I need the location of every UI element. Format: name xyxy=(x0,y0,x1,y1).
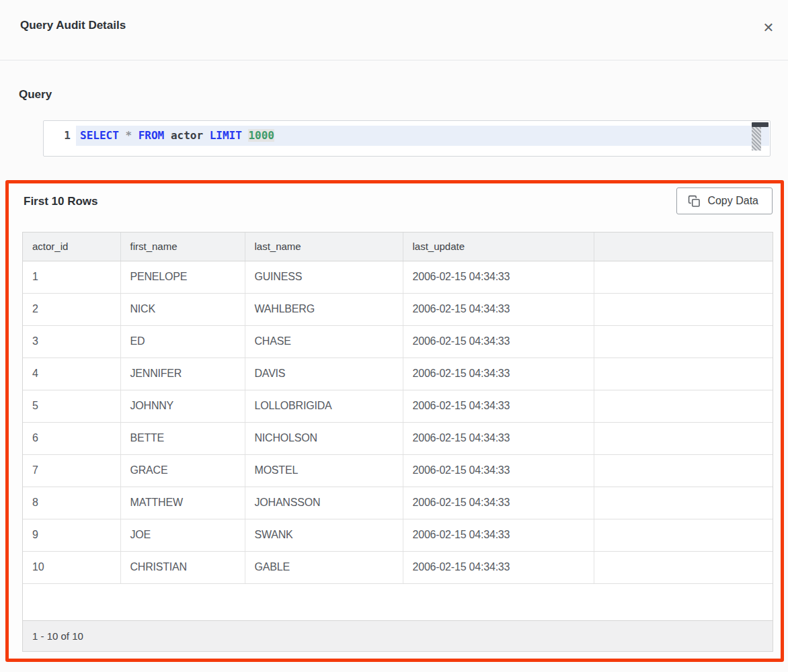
sql-line-number: 1 xyxy=(44,126,71,146)
table-cell-last-update: 2006-02-15 04:34:33 xyxy=(403,454,594,487)
table-cell-actor-id: 3 xyxy=(23,325,120,358)
table-cell-actor-id: 1 xyxy=(23,261,120,293)
table-row: 7GRACEMOSTEL2006-02-15 04:34:33 xyxy=(23,454,773,487)
table-cell-actor-id: 10 xyxy=(23,551,120,583)
sql-token-table: actor xyxy=(171,129,210,142)
sql-token-limit: LIMIT xyxy=(210,129,249,142)
results-table: actor_id first_name last_name last_updat… xyxy=(22,232,773,652)
sql-editor[interactable]: 1 SELECT * FROM actor LIMIT 1000 xyxy=(43,120,771,157)
pagination-bar: 1 - 10 of 10 xyxy=(23,620,773,651)
table-cell-last-name: LOLLOBRIGIDA xyxy=(245,390,403,422)
table-cell-actor-id: 6 xyxy=(23,422,120,454)
copy-data-label: Copy Data xyxy=(707,195,758,207)
table-cell-empty xyxy=(594,551,773,583)
table-row: 4JENNIFERDAVIS2006-02-15 04:34:33 xyxy=(23,358,773,390)
table-cell-empty xyxy=(594,422,773,454)
table-cell-first-name: CHRISTIAN xyxy=(120,551,245,583)
sql-code-line: SELECT * FROM actor LIMIT 1000 xyxy=(80,126,274,146)
table-cell-actor-id: 8 xyxy=(23,487,120,519)
table-cell-actor-id: 5 xyxy=(23,390,120,422)
query-audit-details-modal: Query Audit Details ✕ Query 1 SELECT * F… xyxy=(0,0,788,672)
column-header-first-name[interactable]: first_name xyxy=(120,233,245,261)
table-cell-last-update: 2006-02-15 04:34:33 xyxy=(403,422,594,454)
table-row: 6BETTENICHOLSON2006-02-15 04:34:33 xyxy=(23,422,773,454)
table-cell-last-update: 2006-02-15 04:34:33 xyxy=(403,325,594,358)
close-icon: ✕ xyxy=(763,20,775,35)
table-cell-first-name: JOHNNY xyxy=(120,390,245,422)
copy-data-button[interactable]: Copy Data xyxy=(676,187,773,214)
table-cell-empty xyxy=(594,358,773,390)
editor-scrollbar-track xyxy=(752,127,761,151)
table-cell-last-update: 2006-02-15 04:34:33 xyxy=(403,358,594,390)
table-cell-actor-id: 4 xyxy=(23,358,120,390)
table-cell-last-name: SWANK xyxy=(245,519,403,551)
table-row: 5JOHNNYLOLLOBRIGIDA2006-02-15 04:34:33 xyxy=(23,390,773,422)
query-section-label: Query xyxy=(19,88,52,101)
table-cell-last-name: NICHOLSON xyxy=(245,422,403,454)
modal-title: Query Audit Details xyxy=(20,19,126,32)
table-row: 8MATTHEWJOHANSSON2006-02-15 04:34:33 xyxy=(23,487,773,519)
table-cell-last-name: JOHANSSON xyxy=(245,487,403,519)
table-cell-empty xyxy=(594,261,773,293)
header-divider xyxy=(0,60,788,60)
table-cell-actor-id: 2 xyxy=(23,293,120,325)
sql-token-select: SELECT xyxy=(80,129,125,142)
table-cell-last-name: DAVIS xyxy=(245,358,403,390)
table-cell-actor-id: 7 xyxy=(23,454,120,487)
results-title: First 10 Rows xyxy=(24,195,98,208)
table-cell-last-name: CHASE xyxy=(245,325,403,358)
table-row: 2NICKWAHLBERG2006-02-15 04:34:33 xyxy=(23,293,773,325)
table-header-row: actor_id first_name last_name last_updat… xyxy=(23,233,773,261)
results-table-body: 1PENELOPEGUINESS2006-02-15 04:34:332NICK… xyxy=(23,261,773,583)
copy-icon xyxy=(688,195,701,208)
table-row: 10CHRISTIANGABLE2006-02-15 04:34:33 xyxy=(23,551,773,583)
table-cell-empty xyxy=(594,487,773,519)
column-header-last-name[interactable]: last_name xyxy=(245,233,403,261)
editor-scrollbar[interactable] xyxy=(752,122,769,153)
table-cell-first-name: GRACE xyxy=(120,454,245,487)
table-row: 9JOESWANK2006-02-15 04:34:33 xyxy=(23,519,773,551)
column-header-empty xyxy=(594,233,773,261)
table-cell-empty xyxy=(594,390,773,422)
sql-token-star: * xyxy=(125,129,138,142)
table-cell-last-update: 2006-02-15 04:34:33 xyxy=(403,390,594,422)
table-cell-last-name: MOSTEL xyxy=(245,454,403,487)
table-row: 1PENELOPEGUINESS2006-02-15 04:34:33 xyxy=(23,261,773,293)
sql-token-from: FROM xyxy=(139,129,171,142)
table-cell-first-name: MATTHEW xyxy=(120,487,245,519)
close-button[interactable]: ✕ xyxy=(758,17,779,38)
table-cell-empty xyxy=(594,454,773,487)
table-cell-first-name: JOE xyxy=(120,519,245,551)
table-row: 3EDCHASE2006-02-15 04:34:33 xyxy=(23,325,773,358)
table-cell-first-name: BETTE xyxy=(120,422,245,454)
table-cell-last-update: 2006-02-15 04:34:33 xyxy=(403,293,594,325)
table-cell-last-update: 2006-02-15 04:34:33 xyxy=(403,261,594,293)
table-cell-last-update: 2006-02-15 04:34:33 xyxy=(403,487,594,519)
table-cell-empty xyxy=(594,325,773,358)
table-cell-last-name: GUINESS xyxy=(245,261,403,293)
table-cell-last-update: 2006-02-15 04:34:33 xyxy=(403,551,594,583)
table-cell-first-name: PENELOPE xyxy=(120,261,245,293)
column-header-actor-id[interactable]: actor_id xyxy=(23,233,120,261)
table-cell-first-name: NICK xyxy=(120,293,245,325)
table-cell-empty xyxy=(594,519,773,551)
table-cell-last-name: GABLE xyxy=(245,551,403,583)
table-cell-first-name: ED xyxy=(120,325,245,358)
pagination-status: 1 - 10 of 10 xyxy=(32,630,83,642)
table-cell-last-update: 2006-02-15 04:34:33 xyxy=(403,519,594,551)
table-cell-last-name: WAHLBERG xyxy=(245,293,403,325)
editor-scrollbar-thumb[interactable] xyxy=(752,122,769,127)
results-highlight-box: First 10 Rows Copy Data actor_id first_n… xyxy=(5,180,784,662)
table-cell-actor-id: 9 xyxy=(23,519,120,551)
column-header-last-update[interactable]: last_update xyxy=(403,233,594,261)
table-filler xyxy=(23,584,773,620)
table-cell-first-name: JENNIFER xyxy=(120,358,245,390)
table-cell-empty xyxy=(594,293,773,325)
sql-token-number: 1000 xyxy=(248,129,274,142)
